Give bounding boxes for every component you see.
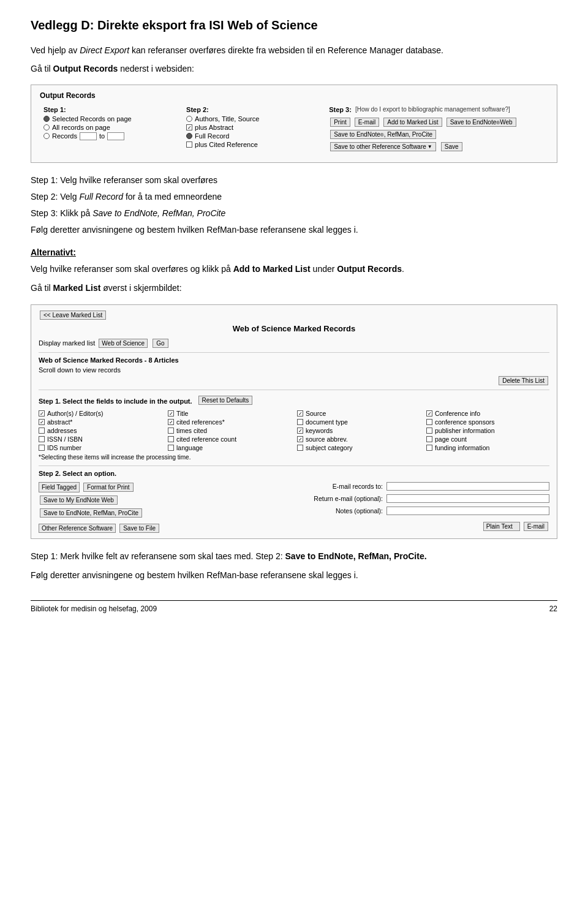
reset-defaults-btn[interactable]: Reset to Defaults: [198, 396, 253, 405]
save-endnote-row: Save to EndNote, RefMan, ProCite: [39, 508, 291, 518]
page-title: Vedlegg D: Direkte eksport fra ISI Web o…: [31, 18, 557, 32]
follow-text2: Følg deretter anvisningene og bestem hvi…: [31, 569, 557, 582]
field-tagged-select[interactable]: Field Tagged: [39, 482, 80, 492]
goto-output-text: Gå til Output Records nederst i websiden…: [31, 62, 557, 75]
email-records-row: E-mail records to:: [297, 482, 549, 491]
save-other-btn[interactable]: Save to other Reference Software ▼: [330, 142, 436, 151]
field-issn: ISSN / ISBN: [39, 435, 162, 443]
field-keywords: keywords: [297, 427, 420, 434]
field-source-abbrev: source abbrev.: [297, 435, 420, 443]
step2-option-authors: Authors, Title, Source: [186, 115, 315, 122]
scroll-note: Scroll down to view records: [39, 366, 549, 374]
step3-desc: Step 3: Klikk på Save to EndNote, RefMan…: [31, 207, 557, 220]
leave-marked-list-btn[interactable]: << Leave Marked List: [40, 311, 106, 320]
step2-option-full: Full Record: [186, 132, 315, 140]
page-footer: Bibliotek for medisin og helsefag, 2009 …: [31, 600, 557, 613]
step1-label: Step 1:: [43, 106, 173, 113]
add-marked-btn[interactable]: Add to Marked List: [383, 118, 442, 127]
alternativt-text: Velg hvilke referanser som skal overføre…: [31, 263, 557, 276]
plain-text-select[interactable]: Plain Text: [483, 522, 520, 531]
field-funding-info: funding information: [426, 444, 549, 451]
field-subject-category: subject category: [297, 444, 420, 451]
step2-right-options: E-mail records to: Return e-mail (option…: [297, 482, 549, 533]
format-print-btn[interactable]: Format for Print: [83, 483, 133, 492]
footer-right: 22: [549, 605, 557, 613]
field-times-cited: times cited: [168, 427, 291, 434]
intro-paragraph: Ved hjelp av Direct Export kan referanse…: [31, 43, 557, 57]
field-title: Title: [168, 410, 291, 417]
print-btn[interactable]: Print: [330, 118, 350, 127]
plain-text-row: Plain Text E-mail: [297, 521, 549, 532]
field-authors: Author(s) / Editor(s): [39, 410, 162, 417]
mr-step2-label: Step 2. Select an option.: [39, 470, 549, 477]
display-select[interactable]: Web of Science: [99, 339, 148, 348]
format-row: Field Tagged Format for Print: [39, 482, 291, 492]
step1-option-3: Records to: [43, 132, 173, 140]
other-ref-select[interactable]: Other Reference Software: [39, 524, 116, 533]
goto-marked-text: Gå til Marked List øverst i skjermbildet…: [31, 282, 557, 295]
go-btn[interactable]: Go: [153, 339, 168, 348]
step1-option-1: Selected Records on page: [43, 115, 173, 122]
field-cited-ref-count: cited reference count: [168, 435, 291, 443]
field-abstract: abstract*: [39, 418, 162, 426]
notes-label: Notes (optional):: [297, 507, 383, 514]
email-send-btn[interactable]: E-mail: [524, 522, 548, 531]
field-language: language: [168, 444, 291, 451]
save-endnote-web-row: Save to My EndNote Web: [39, 495, 291, 505]
email-btn-top[interactable]: E-mail: [355, 118, 379, 127]
steps-description: Step 1: Velg hvilke referanser som skal …: [31, 174, 557, 236]
mr-step1-label: Step 1. Select the fields to include in …: [39, 398, 192, 405]
email-records-input[interactable]: [386, 482, 549, 491]
save-endnote-btn[interactable]: Save to EndNote®, RefMan, ProCite: [330, 130, 436, 139]
step2-label: Step 2:: [186, 106, 315, 113]
step3-label: Step 3:: [329, 106, 352, 113]
field-addresses: addresses: [39, 427, 162, 434]
field-doc-type: document type: [297, 418, 420, 426]
field-source: Source: [297, 410, 420, 417]
step3-hint: [How do I export to bibliographic manage…: [355, 106, 510, 113]
field-cited-refs: cited references*: [168, 418, 291, 426]
step1-option-2: All records on page: [43, 124, 173, 131]
step-note1: Step 1: Merk hvilke felt av referansene …: [31, 550, 557, 563]
email-records-label: E-mail records to:: [297, 483, 383, 490]
step2-options: Field Tagged Format for Print Save to My…: [39, 482, 549, 533]
delete-list-btn[interactable]: Delete This List: [499, 376, 548, 385]
save-endnote-web-btn[interactable]: Save to EndNote®Web: [447, 118, 516, 127]
output-records-title: Output Records: [40, 91, 548, 100]
step2-option-cited: plus Cited Reference: [186, 141, 315, 148]
field-conf-sponsors: conference sponsors: [426, 418, 549, 426]
notes-input[interactable]: [386, 507, 549, 515]
fields-grid: Author(s) / Editor(s) Title Source Confe…: [39, 410, 549, 451]
notes-row: Notes (optional):: [297, 507, 549, 515]
footer-left: Bibliotek for medisin og helsefag, 2009: [31, 605, 157, 613]
save-endnote-refman-btn[interactable]: Save to EndNote, RefMan, ProCite: [40, 508, 142, 518]
display-marked-row: Display marked list Web of Science Go: [39, 338, 549, 349]
step2-option-abstract: plus Abstract: [186, 124, 315, 131]
output-records-screenshot: Output Records Step 1: Selected Records …: [31, 85, 557, 163]
other-ref-row: Other Reference Software Save to File: [39, 523, 291, 533]
step1-desc: Step 1: Velg hvilke referanser som skal …: [31, 174, 557, 187]
selecting-note: *Selecting these items will increase the…: [39, 454, 549, 461]
return-email-row: Return e-mail (optional):: [297, 494, 549, 503]
field-conference-info: Conference info: [426, 410, 549, 417]
field-page-count: page count: [426, 435, 549, 443]
step2-left-options: Field Tagged Format for Print Save to My…: [39, 482, 291, 533]
return-email-label: Return e-mail (optional):: [297, 495, 383, 502]
save-btn[interactable]: Save: [441, 142, 462, 151]
marked-records-screenshot: << Leave Marked List Web of Science Mark…: [31, 304, 557, 539]
field-ids-number: IDS number: [39, 444, 162, 451]
alternativt-title: Alternativt:: [31, 246, 557, 259]
save-to-file-btn[interactable]: Save to File: [119, 524, 159, 533]
save-my-endnote-web-btn[interactable]: Save to My EndNote Web: [40, 496, 118, 505]
article-count: Web of Science Marked Records - 8 Articl…: [39, 356, 179, 364]
field-publisher-info: publisher information: [426, 427, 549, 434]
follow-text: Følg deretter anvisningene og bestem hvi…: [31, 224, 557, 236]
step2-desc: Step 2: Velg Full Record for å ta med em…: [31, 190, 557, 203]
marked-records-title: Web of Science Marked Records: [39, 324, 549, 333]
alternativt-section: Alternativt: Velg hvilke referanser som …: [31, 246, 557, 295]
return-email-input[interactable]: [386, 494, 549, 503]
